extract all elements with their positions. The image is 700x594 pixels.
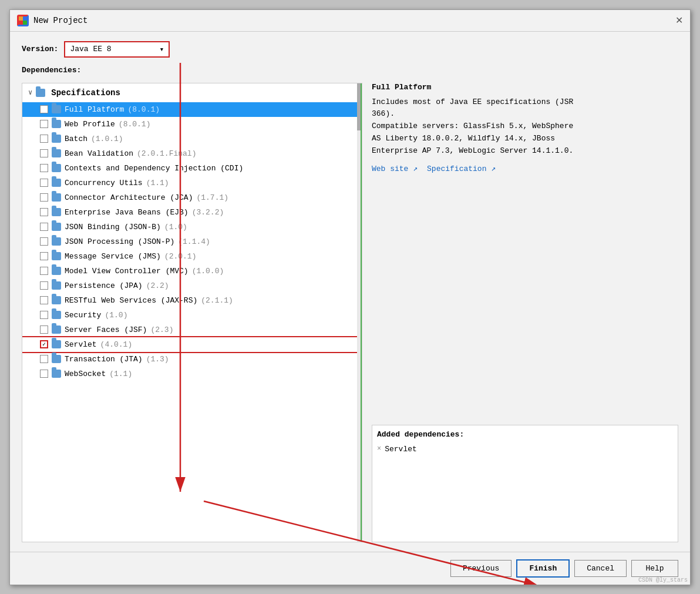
titlebar-left: New Project <box>17 15 88 26</box>
item-icon <box>52 164 61 172</box>
item-checkbox[interactable] <box>40 281 48 290</box>
item-name: Servlet <box>65 340 97 349</box>
item-icon <box>52 179 61 187</box>
item-version: (1.1) <box>146 179 169 187</box>
info-section: Full Platform Includes most of Java EE s… <box>372 83 678 418</box>
item-version: (2.1.1) <box>201 296 233 305</box>
item-name: Enterprise Java Beans (EJB) <box>65 208 189 217</box>
item-version: (2.0.1) <box>164 252 197 261</box>
tree-header-label: Specifications <box>51 88 120 98</box>
tree-item[interactable]: WebSocket(1.1) <box>22 367 362 381</box>
added-deps-title: Added dependencies: <box>377 430 673 439</box>
tree-item[interactable]: JSON Binding (JSON-B)(1.0) <box>22 220 362 234</box>
version-select[interactable]: Java EE 8 ▾ <box>64 41 170 58</box>
tree-item[interactable]: Model View Controller (MVC)(1.0.0) <box>22 264 362 278</box>
website-link[interactable]: Web site ↗ <box>372 164 418 173</box>
item-version: (1.1) <box>109 370 132 378</box>
item-icon <box>52 120 61 128</box>
info-links: Web site ↗ Specification ↗ <box>372 164 678 173</box>
tree-item[interactable]: Server Faces (JSF)(2.3) <box>22 323 362 337</box>
item-version: (1.0.1) <box>91 135 123 143</box>
item-checkbox[interactable]: ✓ <box>40 340 48 348</box>
item-version: (2.3) <box>150 325 173 334</box>
tree-item[interactable]: Batch(1.0.1) <box>22 132 362 146</box>
close-button[interactable]: ✕ <box>675 16 683 25</box>
item-icon <box>52 267 61 275</box>
item-name: Security <box>65 311 101 320</box>
item-version: (1.0) <box>164 223 187 231</box>
item-name: Web Profile <box>65 120 115 129</box>
item-version: (2.0.1.Final) <box>137 149 196 158</box>
previous-button[interactable]: Previous <box>450 560 511 577</box>
tree-item[interactable]: Full Platform(8.0.1) <box>22 102 362 117</box>
item-icon <box>52 105 61 113</box>
tree-item[interactable]: RESTful Web Services (JAX-RS)(2.1.1) <box>22 293 362 308</box>
dialog-title: New Project <box>33 16 88 25</box>
tree-expand-icon[interactable]: ∨ <box>28 88 32 97</box>
item-checkbox[interactable] <box>40 252 48 260</box>
item-checkbox[interactable] <box>40 237 48 246</box>
item-checkbox[interactable] <box>40 164 48 172</box>
item-version: (3.2.2) <box>192 208 224 217</box>
info-description: Includes most of Java EE specifications … <box>372 96 678 157</box>
item-checkbox[interactable] <box>40 135 48 143</box>
tree-item[interactable]: Persistence (JPA)(2.2) <box>22 278 362 293</box>
tree-item[interactable]: Enterprise Java Beans (EJB)(3.2.2) <box>22 205 362 220</box>
item-checkbox[interactable] <box>40 120 48 128</box>
version-select-value: Java EE 8 <box>70 45 111 53</box>
item-icon <box>52 355 61 363</box>
item-icon <box>52 296 61 304</box>
dialog-footer: Previous Finish Cancel Help <box>10 552 690 585</box>
item-version: (1.7.1) <box>196 193 228 202</box>
tree-item[interactable]: Connector Architecture (JCA)(1.7.1) <box>22 190 362 205</box>
help-button[interactable]: Help <box>631 560 678 577</box>
tree-item[interactable]: Bean Validation(2.0.1.Final) <box>22 146 362 161</box>
item-checkbox[interactable] <box>40 296 48 304</box>
item-icon <box>52 223 61 231</box>
item-version: (1.3) <box>146 355 169 364</box>
tree-item[interactable]: Web Profile(8.0.1) <box>22 117 362 132</box>
version-label: Version: <box>22 45 58 53</box>
version-select-arrow: ▾ <box>160 45 164 54</box>
tree-item[interactable]: Transaction (JTA)(1.3) <box>22 352 362 367</box>
tree-item[interactable]: Contexts and Dependency Injection (CDI) <box>22 161 362 176</box>
item-checkbox[interactable] <box>40 311 48 319</box>
item-checkbox[interactable] <box>40 355 48 363</box>
item-checkbox[interactable] <box>40 208 48 216</box>
item-checkbox[interactable] <box>40 223 48 231</box>
item-name: Contexts and Dependency Injection (CDI) <box>65 164 243 173</box>
item-icon <box>52 135 61 143</box>
specification-link[interactable]: Specification ↗ <box>427 164 496 173</box>
item-name: Bean Validation <box>65 149 133 158</box>
item-name: WebSocket <box>65 370 106 378</box>
item-checkbox[interactable] <box>40 179 48 187</box>
dep-remove-button[interactable]: × <box>377 445 381 453</box>
item-name: Full Platform <box>65 105 124 114</box>
right-accent-bar <box>361 83 362 542</box>
added-deps-container: ×Servlet <box>377 444 673 455</box>
svg-rect-3 <box>23 21 27 25</box>
item-icon <box>52 281 61 290</box>
item-icon <box>52 193 61 202</box>
item-name: JSON Binding (JSON-B) <box>65 223 161 231</box>
item-name: Server Faces (JSF) <box>65 325 147 334</box>
tree-item[interactable]: JSON Processing (JSON-P)(1.1.4) <box>22 234 362 249</box>
item-checkbox[interactable] <box>40 193 48 202</box>
tree-item[interactable]: Message Service (JMS)(2.0.1) <box>22 249 362 264</box>
dependency-tree-panel[interactable]: ∨ Specifications Full Platform(8.0.1)Web… <box>22 83 362 542</box>
item-version: (4.0.1) <box>100 340 133 349</box>
item-checkbox[interactable] <box>40 149 48 157</box>
right-panel: Full Platform Includes most of Java EE s… <box>372 83 678 542</box>
app-icon <box>17 15 29 26</box>
svg-rect-0 <box>19 21 23 25</box>
cancel-button[interactable]: Cancel <box>574 560 627 577</box>
item-checkbox[interactable] <box>40 370 48 378</box>
finish-button[interactable]: Finish <box>516 559 570 578</box>
item-checkbox[interactable] <box>40 105 48 113</box>
item-checkbox[interactable] <box>40 325 48 334</box>
tree-item[interactable]: ✓Servlet(4.0.1) <box>22 337 362 352</box>
svg-rect-1 <box>23 16 27 21</box>
tree-item[interactable]: Security(1.0) <box>22 308 362 323</box>
tree-item[interactable]: Concurrency Utils(1.1) <box>22 176 362 190</box>
item-checkbox[interactable] <box>40 267 48 275</box>
